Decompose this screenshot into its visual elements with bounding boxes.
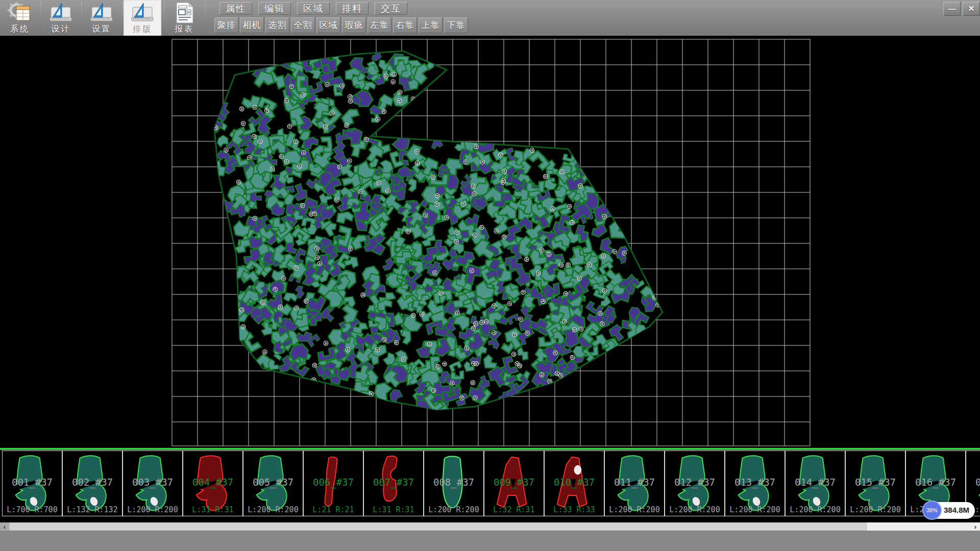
part-thumbnail-007_#37[interactable]: 007_#37L:31 R:31 xyxy=(363,450,424,516)
nav-button-label: 设计 xyxy=(51,24,70,35)
main-toolbar: 系统 设计 设置 排版 报表 属性编辑区域排料交互 聚排相机选割全割区域瑕疵左靠… xyxy=(0,0,980,36)
nesting-ruler-icon xyxy=(129,2,156,24)
tool-button-5[interactable]: 区域 xyxy=(316,17,340,33)
bottom-status-strip xyxy=(0,531,980,551)
menu-tab-4[interactable]: 排料 xyxy=(336,2,369,15)
part-thumbnail-006_#37[interactable]: 006_#37L:21 R:21 xyxy=(303,450,363,516)
part-shape-icon xyxy=(846,451,905,516)
tool-button-9[interactable]: 上靠 xyxy=(419,17,443,33)
nav-button-3[interactable]: 设置 xyxy=(83,0,120,36)
nav-button-label: 排版 xyxy=(133,24,152,35)
part-shape-icon xyxy=(63,451,122,516)
toolbar-separator xyxy=(40,2,41,34)
part-thumbnail-008_#37[interactable]: 008_#37L:200 R:200 xyxy=(424,450,484,516)
part-thumbnail-005_#37[interactable]: 005_#37L:200 R:200 xyxy=(243,450,303,516)
nav-button-1[interactable]: 系统 xyxy=(1,0,39,36)
tool-button-2[interactable]: 相机 xyxy=(240,17,264,33)
close-button[interactable]: ✕ xyxy=(963,2,980,16)
toolbar-separator xyxy=(122,2,123,34)
part-thumbnail-009_#37[interactable]: 009_#37L:32 R:31 xyxy=(484,450,544,516)
memory-usage-label: 384.8M xyxy=(944,506,969,514)
tool-button-4[interactable]: 全割 xyxy=(291,17,315,33)
tool-button-3[interactable]: 选割 xyxy=(265,17,289,33)
progress-percent-badge: 38% xyxy=(922,500,942,520)
minimize-button[interactable]: — xyxy=(943,2,961,16)
part-shape-icon xyxy=(605,451,664,516)
nav-button-5[interactable]: 报表 xyxy=(165,0,203,36)
scroll-left-arrow-icon[interactable]: ‹ xyxy=(0,522,9,531)
settings-ruler-icon xyxy=(88,2,115,24)
part-thumbnail-011_#37[interactable]: 011_#37L:200 R:200 xyxy=(604,450,665,516)
status-badge: 38% 384.8M xyxy=(924,502,975,519)
part-shape-icon xyxy=(786,451,845,516)
toolbar-separator xyxy=(81,2,82,34)
nav-button-label: 设置 xyxy=(92,24,111,35)
tool-button-8[interactable]: 右靠 xyxy=(393,17,417,33)
part-shape-icon xyxy=(665,451,724,516)
horizontal-scrollbar[interactable]: ‹ › xyxy=(0,522,980,531)
tool-button-7[interactable]: 左靠 xyxy=(368,17,391,33)
part-shape-icon xyxy=(545,451,604,516)
nav-button-label: 报表 xyxy=(175,24,194,35)
part-shape-icon xyxy=(304,451,363,516)
part-thumbnail-012_#37[interactable]: 012_#37L:200 R:200 xyxy=(665,450,725,516)
nav-button-label: 系统 xyxy=(10,24,30,35)
design-ruler-icon xyxy=(47,2,74,24)
part-thumbnail-001_#37[interactable]: 001_#37L:700 R:700 xyxy=(2,450,62,516)
nesting-app-window: { "window": {"minimize_glyph": "—", "clo… xyxy=(0,0,980,551)
part-shape-icon xyxy=(484,451,544,516)
part-thumbnail-014_#37[interactable]: 014_#37L:200 R:200 xyxy=(785,450,845,516)
toolbar-separator xyxy=(205,2,206,34)
menu-tab-2[interactable]: 编辑 xyxy=(258,2,291,15)
part-shape-icon xyxy=(123,451,182,516)
nav-button-2[interactable]: 设计 xyxy=(42,0,80,36)
nav-button-4[interactable]: 排版 xyxy=(124,0,161,36)
scrollbar-thumb[interactable] xyxy=(9,522,867,531)
part-thumbnail-013_#37[interactable]: 013_#37L:200 R:200 xyxy=(725,450,785,516)
tool-button-1[interactable]: 聚排 xyxy=(214,17,238,33)
part-thumbnail-002_#37[interactable]: 002_#37L:132 R:132 xyxy=(62,450,122,516)
part-shape-icon xyxy=(3,451,62,516)
nested-pieces xyxy=(206,49,660,419)
part-thumbnail-015_#37[interactable]: 015_#37L:200 R:200 xyxy=(845,450,905,516)
part-shape-icon xyxy=(183,451,242,516)
part-shape-icon xyxy=(424,451,483,516)
nesting-canvas[interactable] xyxy=(0,36,980,448)
part-shape-icon xyxy=(725,451,785,516)
part-thumbnail-010_#37[interactable]: 010_#37L:33 R:33 xyxy=(544,450,604,516)
part-thumbnail-003_#37[interactable]: 003_#37L:200 R:200 xyxy=(122,450,183,516)
parts-thumbnail-strip: 001_#37L:700 R:700002_#37L:132 R:132003_… xyxy=(0,448,980,517)
part-thumbnail-004_#37[interactable]: 004_#37L:31 R:31 xyxy=(183,450,243,516)
tool-button-10[interactable]: 下靠 xyxy=(444,17,468,33)
tool-button-6[interactable]: 瑕疵 xyxy=(342,17,366,33)
menu-tab-5[interactable]: 交互 xyxy=(375,2,407,15)
part-shape-icon xyxy=(243,451,303,516)
system-gear-icon xyxy=(7,2,33,24)
toolbar-separator xyxy=(164,2,165,34)
menu-tab-3[interactable]: 区域 xyxy=(297,2,330,15)
report-doc-icon xyxy=(171,2,198,24)
part-shape-icon xyxy=(364,451,423,516)
spreadsheet-icon xyxy=(16,6,30,20)
scroll-right-arrow-icon[interactable]: › xyxy=(971,522,980,531)
menu-tab-1[interactable]: 属性 xyxy=(219,2,252,15)
